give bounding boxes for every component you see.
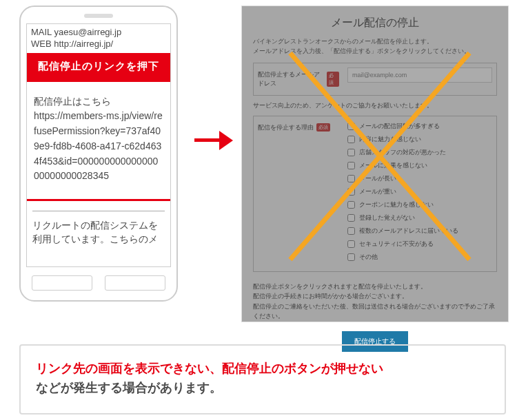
phone-mockup: MAIL yaesu@airregi.jp WEB http://airregi… [19, 6, 178, 302]
disabled-overlay [242, 6, 508, 322]
callout-banner: 配信停止のリンクを押下 [26, 53, 171, 80]
phone-softkey-right[interactable] [105, 275, 165, 291]
phone-speaker [84, 14, 113, 18]
divider [32, 211, 165, 211]
web-line: WEB http://airregi.jp/ [31, 39, 166, 50]
phone-softkey-left[interactable] [32, 275, 92, 291]
unsubscribe-intro: 配信停止はこちら [34, 94, 163, 109]
phone-screen: MAIL yaesu@airregi.jp WEB http://airregi… [26, 23, 171, 267]
conclusion-box: リンク先の画面を表示できない、配信停止のボタンが押せない などが発生する場合があ… [19, 344, 506, 414]
conclusion-rest: などが発生する場合があります。 [36, 381, 222, 395]
mail-header: MAIL yaesu@airregi.jp WEB http://airregi… [27, 24, 170, 52]
footer-text: リクルートの配信システムを利用しています。こちらのメ [27, 217, 170, 246]
conclusion-emphasis: リンク先の画面を表示できない、配信停止のボタンが押せない [36, 361, 383, 375]
arrow-right-icon [194, 131, 234, 150]
unsubscribe-link-box: 配信停止はこちら https://members-ms.jp/view/refu… [26, 80, 171, 201]
unsubscribe-page: メール配信の停止 バイキングレストランオークスからのメール配信を停止します。 メ… [241, 6, 509, 322]
mail-line: MAIL yaesu@airregi.jp [31, 27, 166, 39]
unsubscribe-url[interactable]: https://members-ms.jp/view/refusePermiss… [34, 109, 163, 183]
